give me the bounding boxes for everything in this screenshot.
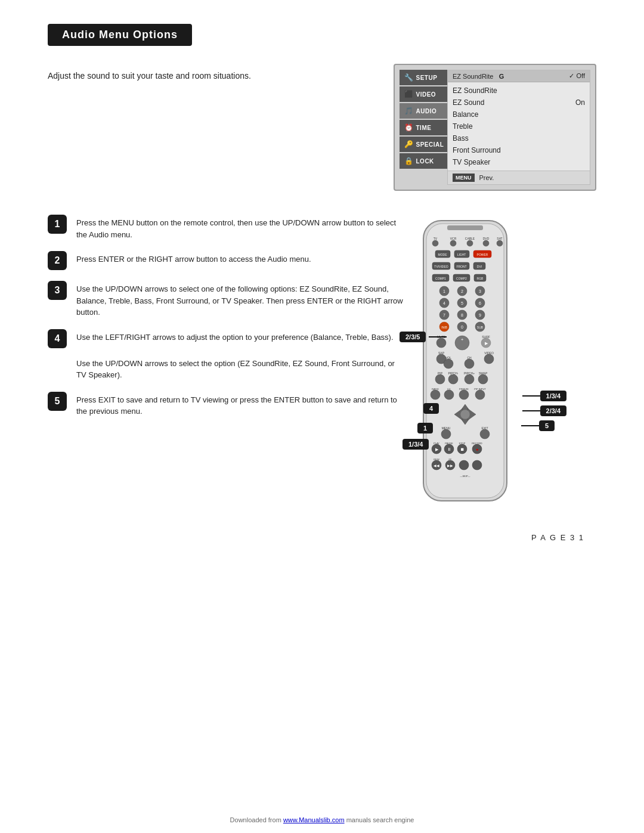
svg-text:2: 2 <box>461 289 463 293</box>
step-5: 5 Press EXIT to save and return to TV vi… <box>48 392 405 417</box>
svg-text:9: 9 <box>479 313 481 317</box>
option-ez-soundrite: EZ SoundRite <box>448 85 590 97</box>
svg-text:COMP2: COMP2 <box>456 277 467 280</box>
svg-text:RGB: RGB <box>477 277 484 280</box>
svg-text:◀◀: ◀◀ <box>434 464 439 467</box>
option-balance: Balance <box>448 109 590 120</box>
step-4b: Use the UP/DOWN arrows to select the opt… <box>76 355 405 381</box>
svg-text:8: 8 <box>461 313 463 317</box>
svg-text:SUB: SUB <box>477 326 484 329</box>
svg-text:FRONT: FRONT <box>456 265 466 268</box>
description-text: Adjust the sound to suit your taste and … <box>48 64 376 82</box>
remote-wrapper: 2/3/5 1/3/4 2/3/4 5 <box>405 215 525 515</box>
svg-text:0: 0 <box>461 325 463 329</box>
svg-rect-2 <box>447 225 483 230</box>
steps-remote-section: 1 Press the MENU button on the remote co… <box>48 215 596 515</box>
svg-text:DVI: DVI <box>477 265 482 268</box>
remote-column: 2/3/5 1/3/4 2/3/4 5 <box>405 215 596 515</box>
svg-text:COMP1: COMP1 <box>435 277 446 280</box>
step-text-3: Use the UP/DOWN arrows to select one of … <box>76 281 405 318</box>
step-number-4: 4 <box>48 329 67 348</box>
svg-point-85 <box>475 390 485 400</box>
footer-link[interactable]: www.Manualslib.com <box>283 816 345 823</box>
svg-text:⏹: ⏹ <box>460 447 465 451</box>
svg-point-83 <box>444 390 454 400</box>
page-number: P A G E 3 1 <box>48 533 596 542</box>
svg-point-114 <box>472 460 482 470</box>
svg-point-67 <box>444 359 453 368</box>
top-bar-left: EZ SoundRite G <box>453 73 504 80</box>
option-tv-speaker: TV Speaker <box>448 156 590 168</box>
menu-item-lock: 🔒 LOCK <box>400 153 447 169</box>
svg-point-82 <box>431 390 440 400</box>
svg-point-90 <box>460 410 470 419</box>
tv-menu-screenshot: 🔧 SETUP ⬛ VIDEO 🎵 AUDIO ⏰ TIME 🔑 SP <box>394 64 596 191</box>
svg-point-10 <box>467 240 473 246</box>
svg-text:3: 3 <box>479 289 481 293</box>
tv-menu-sidebar: 🔧 SETUP ⬛ VIDEO 🎵 AUDIO ⏰ TIME 🔑 SP <box>400 70 447 185</box>
top-bar-right: ✓ Off <box>569 72 585 80</box>
svg-text:SAT: SAT <box>497 237 502 240</box>
svg-point-8 <box>432 240 438 246</box>
step-text-4b: Use the UP/DOWN arrows to select the opt… <box>76 355 405 381</box>
menu-item-setup: 🔧 SETUP <box>400 70 447 85</box>
option-bass: Bass <box>448 132 590 144</box>
step-number-1: 1 <box>48 215 67 234</box>
svg-text:7: 7 <box>443 313 445 317</box>
svg-text:DVD: DVD <box>483 237 490 240</box>
step-4a: 4 Use the LEFT/RIGHT arrows to adjust th… <box>48 329 405 348</box>
svg-point-12 <box>497 240 503 246</box>
svg-text:POWER: POWER <box>477 253 488 256</box>
svg-text:⏸: ⏸ <box>447 447 451 451</box>
step-2: 2 Press ENTER or the RIGHT arrow button … <box>48 251 405 270</box>
svg-point-76 <box>465 374 474 384</box>
menu-item-audio: 🎵 AUDIO <box>400 103 447 119</box>
svg-point-84 <box>459 390 469 400</box>
menu-button-label: MENU <box>453 174 475 182</box>
svg-text:INIB: INIB <box>441 326 447 329</box>
svg-text:TV: TV <box>434 237 438 240</box>
callout-234: 2/3/4 <box>522 405 566 416</box>
step-text-1: Press the MENU button on the remote cont… <box>76 215 405 240</box>
svg-point-113 <box>459 460 469 470</box>
callout-5: 5 <box>521 420 555 431</box>
svg-text:VCR: VCR <box>450 237 457 240</box>
step-number-3: 3 <box>48 281 67 300</box>
step-text-4: Use the LEFT/RIGHT arrows to adjust the … <box>76 329 394 343</box>
step-1: 1 Press the MENU button on the remote co… <box>48 215 405 240</box>
svg-text:LIGHT: LIGHT <box>457 253 466 256</box>
svg-point-9 <box>450 240 456 246</box>
svg-point-11 <box>483 240 489 246</box>
callout-134-bottom: 1/3/4 <box>402 438 429 450</box>
tv-menu-options-list: EZ SoundRite Audio Menu Options EZ Sound… <box>448 82 590 171</box>
option-treble: Treble <box>448 120 590 132</box>
svg-text:TV/VIDEO: TV/VIDEO <box>434 265 448 268</box>
svg-text:▶▶: ▶▶ <box>447 464 453 467</box>
svg-point-75 <box>448 374 458 384</box>
svg-point-94 <box>480 429 490 439</box>
step-3: 3 Use the UP/DOWN arrows to select one o… <box>48 281 405 318</box>
svg-text:CABLE: CABLE <box>465 237 475 240</box>
svg-text:5: 5 <box>461 301 463 305</box>
svg-text:+: + <box>461 337 464 342</box>
menu-item-special: 🔑 SPECIAL <box>400 137 447 152</box>
steps-column: 1 Press the MENU button on the remote co… <box>48 215 405 515</box>
svg-point-74 <box>435 374 445 384</box>
svg-point-77 <box>478 374 488 384</box>
menu-item-video: ⬛ VIDEO <box>400 86 447 102</box>
step-number-2: 2 <box>48 251 67 270</box>
step-text-2: Press ENTER or the RIGHT arrow button to… <box>76 251 311 265</box>
option-front-surround: Front Surround <box>448 144 590 156</box>
svg-text:—SKIP—: —SKIP— <box>460 475 470 478</box>
option-ez-sound: Audio Menu Options EZ SoundOn <box>448 97 590 109</box>
svg-text:1: 1 <box>443 289 445 293</box>
tv-menu-footer: MENU Prev. <box>448 171 590 184</box>
callout-134-top: 1/3/4 <box>522 391 566 401</box>
svg-point-65 <box>484 354 494 364</box>
page-footer: Downloaded from www.Manualslib.com manua… <box>0 816 644 823</box>
prev-label: Prev. <box>479 174 494 181</box>
menu-item-time: ⏰ TIME <box>400 120 447 135</box>
top-section: Adjust the sound to suit your taste and … <box>48 64 596 191</box>
svg-text:6: 6 <box>479 301 481 305</box>
tv-menu-top-bar: EZ SoundRite G ✓ Off <box>448 70 590 82</box>
